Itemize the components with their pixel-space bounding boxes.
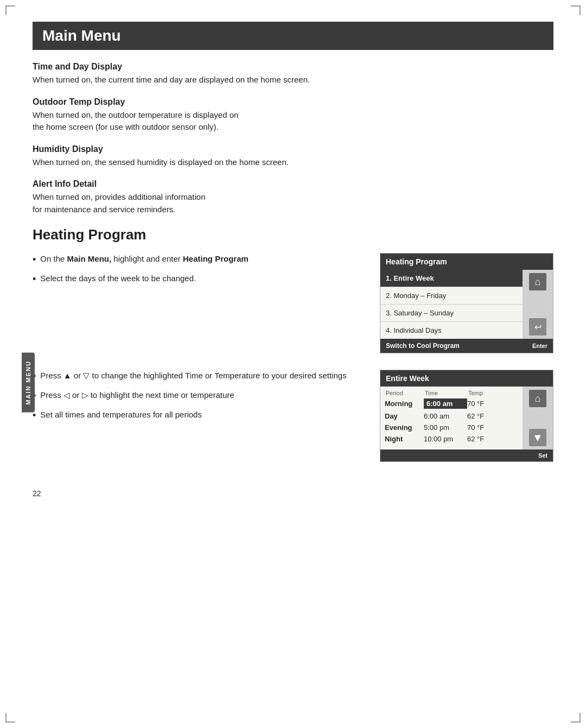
screen1-body: 1. Entire Week 2. Monday – Friday 3. Sat… xyxy=(380,270,553,339)
heating-program-bottom-section: Press or to change the highlighted Time … xyxy=(33,370,553,473)
section-outdoor-temp: Outdoor Temp Display When turned on, the… xyxy=(33,97,553,134)
screen1-menu: 1. Entire Week 2. Monday – Friday 3. Sat… xyxy=(380,270,523,339)
entire-week-screen: Entire Week Period Time Temp Morning 6:0… xyxy=(380,370,553,462)
arrow-left-icon xyxy=(63,390,70,400)
row-morning: Morning 6:00 am 70 °F xyxy=(385,398,518,409)
section-title-outdoor-temp: Outdoor Temp Display xyxy=(33,97,553,107)
arrow-right-icon xyxy=(82,390,88,400)
screen2-body: Period Time Temp Morning 6:00 am 70 °F xyxy=(380,387,553,450)
period-day: Day xyxy=(385,412,424,420)
temp-morning: 70 °F xyxy=(467,400,500,408)
screen1-widget: Heating Program 1. Entire Week 2. Monday… xyxy=(380,253,553,364)
screen2-header: Entire Week xyxy=(380,370,553,387)
menu-item-individual-days[interactable]: 4. Individual Days xyxy=(380,322,523,339)
enter-label: Enter xyxy=(532,343,547,349)
heating-program-top-section: On the Main Menu, highlight and enter He… xyxy=(33,253,553,364)
section-time-day: Time and Day Display When turned on, the… xyxy=(33,62,553,86)
heating-top-left: On the Main Menu, highlight and enter He… xyxy=(33,253,358,297)
menu-item-sat-sun[interactable]: 3. Saturday – Sunday xyxy=(380,305,523,322)
menu-item-mon-fri[interactable]: 2. Monday – Friday xyxy=(380,287,523,305)
period-morning: Morning xyxy=(385,400,424,408)
screen1-footer: Switch to Cool Program Enter xyxy=(380,339,553,353)
temp-night: 62 °F xyxy=(467,435,500,443)
section-title-time-day: Time and Day Display xyxy=(33,62,553,72)
bullet-press-up-down: Press or to change the highlighted Time … xyxy=(33,370,358,384)
down-arrow-icon[interactable]: ▼ xyxy=(529,429,546,446)
set-label: Set xyxy=(538,452,547,459)
time-night[interactable]: 10:00 pm xyxy=(424,435,467,443)
side-tab-main-menu: MAIN MENU xyxy=(22,353,35,413)
bold-heating-program: Heating Program xyxy=(183,254,249,263)
home-icon-2[interactable]: ⌂ xyxy=(529,390,546,407)
row-day: Day 6:00 am 62 °F xyxy=(385,412,518,420)
menu-item-entire-week[interactable]: 1. Entire Week xyxy=(380,270,523,287)
bullet-press-left-right: Press or to highlight the next time or t… xyxy=(33,389,358,403)
section-humidity: Humidity Display When turned on, the sen… xyxy=(33,144,553,169)
corner-bottom-right xyxy=(571,713,581,723)
period-evening: Evening xyxy=(385,423,424,432)
screen2-col-headers: Period Time Temp xyxy=(385,390,518,396)
section-body-humidity: When turned on, the sensed humidity is d… xyxy=(33,156,553,169)
col-header-time: Time xyxy=(425,390,468,396)
screen1-sidebar: ⌂ ↩ xyxy=(523,270,553,339)
switch-cool-label: Switch to Cool Program xyxy=(386,342,460,350)
screen2-widget: Entire Week Period Time Temp Morning 6:0… xyxy=(380,370,553,473)
screen2-sidebar: ⌂ ▼ xyxy=(523,387,553,450)
temp-evening: 70 °F xyxy=(467,423,500,432)
col-header-period: Period xyxy=(386,390,425,396)
section-body-alert-info: When turned on, provides additional info… xyxy=(33,191,553,216)
time-morning[interactable]: 6:00 am xyxy=(424,398,467,409)
time-evening[interactable]: 5:00 pm xyxy=(424,423,467,432)
bullet-main-menu: On the Main Menu, highlight and enter He… xyxy=(33,253,358,267)
page-title: Main Menu xyxy=(42,27,121,44)
heating-bottom-left: Press or to change the highlighted Time … xyxy=(33,370,358,434)
heating-program-screen: Heating Program 1. Entire Week 2. Monday… xyxy=(380,253,553,353)
main-menu-bar: Main Menu xyxy=(33,22,553,50)
section-alert-info: Alert Info Detail When turned on, provid… xyxy=(33,179,553,216)
corner-bottom-left xyxy=(5,713,15,723)
row-night: Night 10:00 pm 62 °F xyxy=(385,435,518,443)
col-header-temp: Temp xyxy=(468,390,501,396)
bullet-select-days: Select the days of the week to be change… xyxy=(33,273,358,287)
screen2-footer: Set xyxy=(380,450,553,461)
page-number: 22 xyxy=(33,489,553,498)
heating-program-heading: Heating Program xyxy=(33,226,553,243)
screen1-header: Heating Program xyxy=(380,254,553,270)
corner-top-left xyxy=(5,5,15,15)
period-night: Night xyxy=(385,435,424,443)
section-title-humidity: Humidity Display xyxy=(33,144,553,154)
arrow-down-icon xyxy=(83,371,90,380)
heating-bullets-top: On the Main Menu, highlight and enter He… xyxy=(33,253,358,287)
bullet-set-all: Set all times and temperatures for all p… xyxy=(33,409,358,423)
row-evening: Evening 5:00 pm 70 °F xyxy=(385,423,518,432)
screen2-table: Period Time Temp Morning 6:00 am 70 °F xyxy=(380,387,523,450)
section-body-outdoor-temp: When turned on, the outdoor temperature … xyxy=(33,109,553,134)
arrow-up-icon xyxy=(63,371,72,380)
back-icon[interactable]: ↩ xyxy=(529,318,546,335)
time-day[interactable]: 6:00 am xyxy=(424,412,467,420)
temp-day: 62 °F xyxy=(467,412,500,420)
home-icon[interactable]: ⌂ xyxy=(529,273,546,290)
section-title-alert-info: Alert Info Detail xyxy=(33,179,553,189)
bold-main-menu: Main Menu, xyxy=(67,254,112,263)
section-body-time-day: When turned on, the current time and day… xyxy=(33,74,553,86)
heating-bullets-bottom: Press or to change the highlighted Time … xyxy=(33,370,358,423)
corner-top-right xyxy=(571,5,581,15)
